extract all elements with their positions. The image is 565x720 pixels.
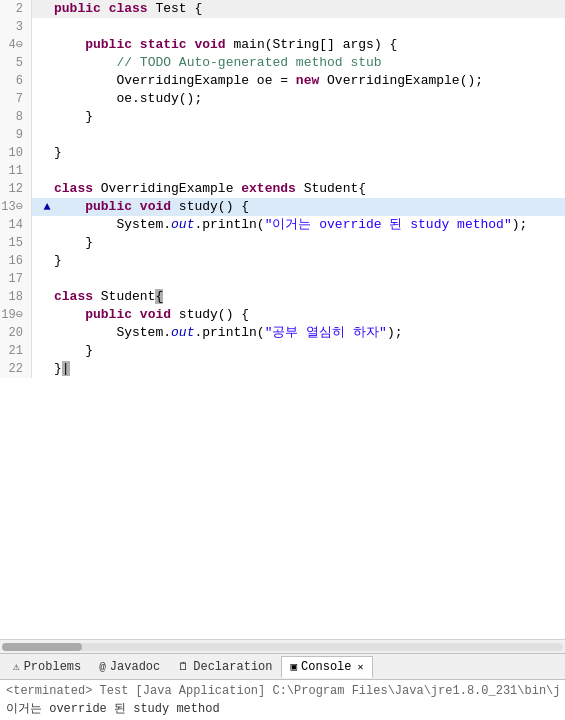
code-text: } [54, 342, 93, 360]
code-text: class Student{ [54, 288, 163, 306]
line-number: 20 [0, 324, 32, 342]
line-number: 22 [0, 360, 32, 378]
code-line: 15 } [0, 234, 565, 252]
tab-declaration[interactable]: 🗒 Declaration [169, 656, 281, 678]
marker: ▲ [40, 198, 54, 216]
code-text: public class Test { [54, 0, 202, 18]
code-line: 3 [0, 18, 565, 36]
code-line: 12 class OverridingExample extends Stude… [0, 180, 565, 198]
line-number: 10 [0, 144, 32, 162]
code-line: 9 [0, 126, 565, 144]
line-number: 11 [0, 162, 32, 180]
tab-problems[interactable]: ⚠ Problems [4, 656, 90, 678]
code-line: 14 System.out.println("이거는 override 된 st… [0, 216, 565, 234]
line-number: 7 [0, 90, 32, 108]
bottom-tab-bar: ⚠ Problems @ Javadoc 🗒 Declaration ▣ Con… [0, 653, 565, 679]
code-text: public void study() { [54, 306, 249, 324]
tab-javadoc-label: Javadoc [110, 660, 160, 674]
code-text: // TODO Auto-generated method stub [54, 54, 382, 72]
code-editor: 2 public class Test { 3 4⊖ public static… [0, 0, 565, 653]
code-line: 20 System.out.println("공부 열심히 하자"); [0, 324, 565, 342]
code-line: 18 class Student{ [0, 288, 565, 306]
code-line: 6 OverridingExample oe = new OverridingE… [0, 72, 565, 90]
scrollbar-thumb[interactable] [2, 643, 82, 651]
code-text: System.out.println("이거는 override 된 study… [54, 216, 527, 234]
code-line: 4⊖ public static void main(String[] args… [0, 36, 565, 54]
code-line: 22 }| [0, 360, 565, 378]
line-number: 3 [0, 18, 32, 36]
line-number: 8 [0, 108, 32, 126]
console-output-area: <terminated> Test [Java Application] C:\… [0, 679, 565, 720]
javadoc-icon: @ [99, 661, 106, 673]
line-number: 16 [0, 252, 32, 270]
line-number: 21 [0, 342, 32, 360]
code-line: 17 [0, 270, 565, 288]
code-text: public void study() { [54, 198, 249, 216]
line-number: 13⊖ [0, 198, 32, 216]
code-text: } [54, 234, 93, 252]
console-close-icon[interactable]: ✕ [358, 661, 364, 673]
code-line: 8 } [0, 108, 565, 126]
code-line: 19⊖ public void study() { [0, 306, 565, 324]
scrollbar-track[interactable] [2, 643, 563, 651]
console-icon: ▣ [290, 660, 297, 673]
line-number: 18 [0, 288, 32, 306]
editor-empty-space [0, 378, 565, 639]
code-text: OverridingExample oe = new OverridingExa… [54, 72, 483, 90]
terminated-text: <terminated> Test [Java Application] C:\… [6, 684, 559, 698]
line-number: 12 [0, 180, 32, 198]
declaration-icon: 🗒 [178, 660, 189, 673]
code-text [54, 162, 62, 180]
horizontal-scrollbar[interactable] [0, 639, 565, 653]
line-number: 4⊖ [0, 36, 32, 54]
code-text: } [54, 252, 62, 270]
tab-javadoc[interactable]: @ Javadoc [90, 656, 169, 678]
code-line: 2 public class Test { [0, 0, 565, 18]
code-text: }| [54, 360, 70, 378]
line-number: 14 [0, 216, 32, 234]
code-text: class OverridingExample extends Student{ [54, 180, 366, 198]
code-line: 7 oe.study(); [0, 90, 565, 108]
code-line: 10 } [0, 144, 565, 162]
line-number: 6 [0, 72, 32, 90]
code-line: 21 } [0, 342, 565, 360]
code-area[interactable]: 2 public class Test { 3 4⊖ public static… [0, 0, 565, 378]
code-line: 13⊖ ▲ public void study() { [0, 198, 565, 216]
code-text: System.out.println("공부 열심히 하자"); [54, 324, 402, 342]
tab-console[interactable]: ▣ Console ✕ [281, 656, 372, 678]
code-text: } [54, 144, 62, 162]
line-number: 19⊖ [0, 306, 32, 324]
problems-icon: ⚠ [13, 660, 20, 673]
code-text: public static void main(String[] args) { [54, 36, 397, 54]
code-text [54, 126, 62, 144]
line-number: 17 [0, 270, 32, 288]
line-number: 9 [0, 126, 32, 144]
code-line: 5 // TODO Auto-generated method stub [0, 54, 565, 72]
code-line: 11 [0, 162, 565, 180]
tab-declaration-label: Declaration [193, 660, 272, 674]
console-output-line: 이거는 override 된 study method [6, 700, 559, 718]
code-text [54, 270, 62, 288]
console-terminated-line: <terminated> Test [Java Application] C:\… [6, 682, 559, 700]
line-number: 5 [0, 54, 32, 72]
code-text: } [54, 108, 93, 126]
output-text: 이거는 override 된 study method [6, 702, 220, 716]
tab-problems-label: Problems [24, 660, 82, 674]
tab-console-label: Console [301, 660, 351, 674]
code-text [54, 18, 62, 36]
code-line: 16 } [0, 252, 565, 270]
code-text: oe.study(); [54, 90, 202, 108]
line-number: 2 [0, 0, 32, 18]
line-number: 15 [0, 234, 32, 252]
